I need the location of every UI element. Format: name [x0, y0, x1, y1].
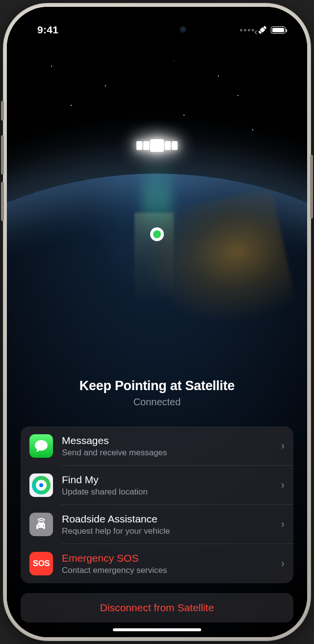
screen: 9:41 Keep Pointing at Satellite Connecte… [7, 7, 307, 637]
svg-point-1 [43, 525, 45, 527]
chevron-right-icon: › [281, 479, 285, 492]
battery-icon [271, 26, 286, 34]
headline: Keep Pointing at Satellite [79, 378, 235, 394]
findmy-icon [29, 473, 53, 497]
option-subtitle: Request help for your vehicle [62, 526, 272, 536]
disconnect-button[interactable]: Disconnect from Satellite [21, 593, 293, 622]
volume-up-button [1, 135, 4, 174]
chevron-right-icon: › [281, 518, 285, 531]
option-messages[interactable]: Messages Send and receive messages › [21, 426, 293, 466]
headline-area: Keep Pointing at Satellite Connected [21, 51, 293, 426]
phone-frame: 9:41 Keep Pointing at Satellite Connecte… [3, 3, 311, 641]
option-title: Roadside Assistance [62, 513, 272, 525]
home-indicator[interactable] [113, 628, 201, 631]
option-title: Emergency SOS [62, 552, 272, 564]
option-roadside[interactable]: Roadside Assistance Request help for you… [21, 505, 293, 544]
side-button [310, 155, 313, 219]
status-right [240, 26, 286, 34]
option-subtitle: Send and receive messages [62, 448, 272, 458]
roadside-icon [29, 513, 53, 536]
option-title: Messages [62, 434, 272, 446]
option-subtitle: Update shared location [62, 487, 272, 497]
chevron-right-icon: › [281, 440, 285, 452]
chevron-right-icon: › [281, 557, 285, 570]
option-title: Find My [62, 473, 272, 486]
option-sos[interactable]: SOS Emergency SOS Contact emergency serv… [21, 544, 293, 583]
messages-icon [29, 434, 53, 458]
option-subtitle: Contact emergency services [62, 566, 272, 575]
satellite-status-icon [258, 25, 267, 34]
dynamic-island[interactable] [119, 19, 195, 40]
option-findmy[interactable]: Find My Update shared location › [21, 466, 293, 505]
volume-down-button [1, 182, 4, 221]
action-button [1, 101, 4, 121]
svg-point-0 [38, 525, 40, 527]
sos-icon: SOS [29, 552, 53, 575]
content-area: Keep Pointing at Satellite Connected Mes… [7, 7, 307, 637]
cellular-icon [240, 29, 254, 31]
status-time: 9:41 [28, 24, 58, 36]
options-card: Messages Send and receive messages › Fin… [21, 426, 293, 583]
connection-status: Connected [133, 396, 181, 408]
